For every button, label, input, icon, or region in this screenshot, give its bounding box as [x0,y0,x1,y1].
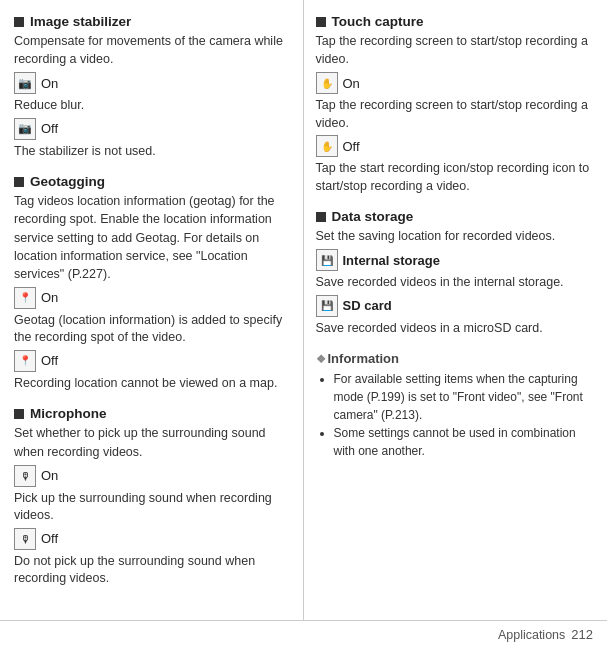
image-stabilizer-off-row: 📷 Off [14,118,293,140]
image-stabilizer-off-label: Off [41,121,58,136]
data-storage-body: Set the saving location for recorded vid… [316,227,598,245]
touch-capture-off-row: ✋ Off [316,135,598,157]
microphone-on-row: 🎙 On [14,465,293,487]
info-point-1: Some settings cannot be used in combinat… [334,424,598,460]
touch-capture-on-desc: Tap the recording screen to start/stop r… [316,97,598,132]
microphone-off-icon: 🎙 [14,528,36,550]
geotagging-on-label: On [41,290,58,305]
microphone-on-label: On [41,468,58,483]
microphone-body: Set whether to pick up the surrounding s… [14,424,293,460]
image-stabilizer-title: Image stabilizer [30,14,131,29]
geotagging-on-desc: Geotag (location information) is added t… [14,312,293,347]
internal-storage-row: 💾 Internal storage [316,249,598,271]
section-title-data-storage: Data storage [316,209,598,224]
footer-section-label: Applications [498,628,565,642]
info-section: ❖Information For available setting items… [316,351,598,460]
geotagging-title: Geotagging [30,174,105,189]
internal-storage-desc: Save recorded videos in the internal sto… [316,274,598,292]
section-geotagging: Geotagging Tag videos location informati… [14,174,293,392]
sd-card-icon: 💾 [316,295,338,317]
section-microphone: Microphone Set whether to pick up the su… [14,406,293,587]
microphone-on-icon: 🎙 [14,465,36,487]
touch-capture-off-label: Off [343,139,360,154]
touch-capture-on-label: On [343,76,360,91]
image-stabilizer-off-desc: The stabilizer is not used. [14,143,293,161]
geotagging-off-row: 📍 Off [14,350,293,372]
sd-card-desc: Save recorded videos in a microSD card. [316,320,598,338]
geotagging-off-icon: 📍 [14,350,36,372]
touch-capture-body: Tap the recording screen to start/stop r… [316,32,598,68]
geotagging-off-desc: Recording location cannot be viewed on a… [14,375,293,393]
internal-storage-label: Internal storage [343,253,441,268]
microphone-off-row: 🎙 Off [14,528,293,550]
info-list: For available setting items when the cap… [316,370,598,460]
section-image-stabilizer: Image stabilizer Compensate for movement… [14,14,293,160]
geotagging-off-label: Off [41,353,58,368]
geotagging-on-row: 📍 On [14,287,293,309]
touch-capture-on-row: ✋ On [316,72,598,94]
right-column: Touch capture Tap the recording screen t… [304,0,608,648]
footer-bar: Applications 212 [0,620,607,648]
info-point-0: For available setting items when the cap… [334,370,598,424]
page-content: Image stabilizer Compensate for movement… [0,0,607,648]
microphone-off-desc: Do not pick up the surrounding sound whe… [14,553,293,588]
section-title-touch-capture: Touch capture [316,14,598,29]
sd-card-row: 💾 SD card [316,295,598,317]
section-data-storage: Data storage Set the saving location for… [316,209,598,337]
image-stabilizer-on-desc: Reduce blur. [14,97,293,115]
section-title-image-stabilizer: Image stabilizer [14,14,293,29]
info-title: ❖Information [316,351,598,366]
section-touch-capture: Touch capture Tap the recording screen t… [316,14,598,195]
geotagging-body: Tag videos location information (geotag)… [14,192,293,283]
geotagging-on-icon: 📍 [14,287,36,309]
left-column: Image stabilizer Compensate for movement… [0,0,304,648]
touch-capture-off-icon: ✋ [316,135,338,157]
touch-capture-title: Touch capture [332,14,424,29]
image-stabilizer-on-icon: 📷 [14,72,36,94]
image-stabilizer-off-icon: 📷 [14,118,36,140]
touch-capture-on-icon: ✋ [316,72,338,94]
microphone-off-label: Off [41,531,58,546]
sd-card-label: SD card [343,298,392,313]
section-title-microphone: Microphone [14,406,293,421]
microphone-on-desc: Pick up the surrounding sound when recor… [14,490,293,525]
square-icon-touch [316,17,326,27]
diamond-icon: ❖ [316,353,326,365]
image-stabilizer-on-row: 📷 On [14,72,293,94]
internal-storage-icon: 💾 [316,249,338,271]
image-stabilizer-on-label: On [41,76,58,91]
page-number: 212 [571,627,593,642]
square-icon-storage [316,212,326,222]
microphone-title: Microphone [30,406,107,421]
image-stabilizer-body: Compensate for movements of the camera w… [14,32,293,68]
square-icon [14,17,24,27]
square-icon-geo [14,177,24,187]
touch-capture-off-desc: Tap the start recording icon/stop record… [316,160,598,195]
square-icon-mic [14,409,24,419]
section-title-geotagging: Geotagging [14,174,293,189]
data-storage-title: Data storage [332,209,414,224]
